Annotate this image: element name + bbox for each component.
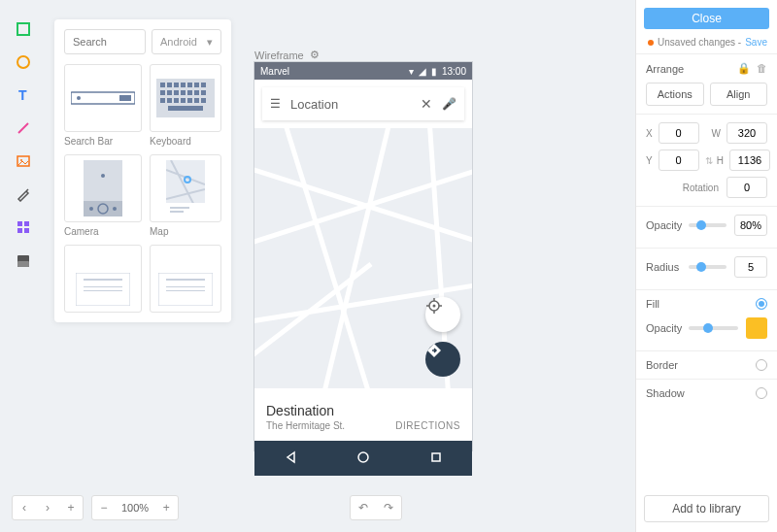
svg-rect-33 [181, 98, 186, 103]
destination-card[interactable]: Destination The Hermitage St. DIRECTIONS [254, 388, 472, 441]
add-to-library-button[interactable]: Add to library [644, 495, 769, 522]
components-panel: Android▾ Search Bar Keyboard Camera Map [54, 19, 231, 322]
component-search-bar[interactable]: Search Bar [64, 64, 142, 147]
destination-subtitle: The Hermitage St. [266, 420, 345, 431]
prev-page-button[interactable]: ‹ [13, 501, 36, 515]
tool-image[interactable] [14, 151, 33, 171]
battery-icon: ▮ [431, 66, 437, 77]
svg-text:T: T [18, 87, 27, 103]
close-icon[interactable]: ✕ [421, 96, 432, 112]
svg-rect-17 [167, 83, 172, 87]
y-input[interactable] [659, 150, 699, 171]
link-icon[interactable]: ⇅ [705, 155, 711, 166]
next-page-button[interactable]: › [36, 501, 59, 515]
platform-select[interactable]: Android▾ [152, 29, 221, 54]
android-nav-bar [254, 441, 472, 476]
tool-text[interactable]: T [14, 85, 33, 105]
add-page-button[interactable]: + [59, 501, 83, 515]
zoom-level[interactable]: 100% [116, 502, 154, 514]
directions-button[interactable] [425, 342, 460, 377]
fill-color-swatch[interactable] [746, 317, 767, 339]
component-keyboard[interactable]: Keyboard [150, 64, 221, 147]
unsaved-indicator: Unsaved changes - Save [636, 37, 777, 53]
component-label: Map [150, 226, 221, 237]
home-icon[interactable] [356, 450, 370, 467]
unsaved-dot-icon [648, 40, 654, 46]
svg-rect-8 [17, 228, 22, 233]
search-input[interactable] [64, 29, 146, 54]
svg-rect-35 [194, 98, 199, 103]
mic-icon[interactable]: 🎤 [442, 97, 456, 111]
component-generic-1[interactable] [64, 245, 142, 313]
svg-rect-19 [181, 83, 186, 87]
save-link[interactable]: Save [745, 37, 767, 48]
fill-label: Fill [646, 298, 659, 310]
status-bar: Marvel ▾ ◢ ▮ 13:00 [254, 62, 472, 80]
x-input[interactable] [659, 122, 699, 144]
locate-button[interactable] [425, 297, 460, 332]
component-generic-2[interactable] [150, 245, 221, 313]
fill-toggle[interactable] [756, 298, 767, 310]
svg-rect-29 [201, 90, 206, 95]
opacity-input[interactable] [734, 215, 767, 236]
actions-button[interactable]: Actions [646, 83, 704, 106]
h-input[interactable] [729, 150, 770, 171]
svg-rect-46 [166, 203, 205, 216]
tool-pen[interactable] [14, 184, 33, 204]
tool-grid[interactable] [14, 217, 33, 237]
svg-rect-26 [181, 90, 186, 95]
svg-point-58 [433, 305, 436, 308]
svg-rect-20 [187, 83, 192, 87]
statusbar-title: Marvel [260, 66, 289, 77]
opacity-label: Opacity [646, 219, 681, 231]
opacity-slider[interactable] [689, 223, 726, 227]
trash-icon[interactable]: 🗑 [757, 62, 767, 75]
tool-screen[interactable] [14, 250, 33, 270]
radius-slider[interactable] [689, 265, 726, 269]
rotation-input[interactable] [726, 177, 767, 198]
search-placeholder: Location [290, 97, 411, 112]
tool-line[interactable] [14, 118, 33, 138]
fill-opacity-slider[interactable] [689, 326, 738, 330]
redo-button[interactable]: ↷ [376, 501, 401, 515]
fill-opacity-label: Opacity [646, 322, 681, 334]
svg-rect-36 [201, 98, 206, 103]
svg-rect-18 [174, 83, 179, 87]
chevron-down-icon: ▾ [207, 36, 213, 49]
platform-label: Android [160, 36, 197, 48]
menu-icon[interactable]: ☰ [270, 97, 281, 111]
gear-icon[interactable]: ⚙ [310, 49, 320, 61]
border-toggle[interactable] [756, 359, 767, 371]
svg-rect-14 [119, 95, 131, 101]
zoom-out-button[interactable]: − [92, 501, 116, 515]
w-input[interactable] [726, 122, 767, 144]
directions-link[interactable]: DIRECTIONS [395, 420, 460, 431]
tool-circle[interactable] [14, 52, 33, 72]
svg-rect-0 [17, 23, 29, 35]
svg-rect-48 [170, 211, 184, 213]
zoom-in-button[interactable]: + [154, 501, 178, 515]
back-icon[interactable] [284, 450, 297, 467]
align-button[interactable]: Align [710, 83, 768, 106]
svg-rect-16 [160, 83, 165, 87]
map-search-bar[interactable]: ☰ Location ✕ 🎤 [262, 87, 464, 120]
svg-rect-6 [17, 221, 22, 226]
canvas-title: Wireframe ⚙ [254, 49, 320, 61]
wireframe-screen[interactable]: Marvel ▾ ◢ ▮ 13:00 ☰ Location ✕ 🎤 Destin… [254, 62, 472, 450]
component-map[interactable]: Map [150, 154, 221, 237]
undo-button[interactable]: ↶ [351, 501, 376, 515]
recent-icon[interactable] [429, 450, 443, 467]
svg-rect-31 [167, 98, 172, 103]
tool-square[interactable] [14, 19, 33, 39]
radius-input[interactable] [734, 256, 767, 278]
svg-rect-9 [24, 228, 29, 233]
component-camera[interactable]: Camera [64, 154, 142, 237]
zoom-controls: − 100% + [91, 495, 179, 520]
shadow-toggle[interactable] [756, 387, 767, 399]
lock-icon[interactable]: 🔒 [737, 62, 751, 75]
map-view[interactable] [254, 128, 472, 388]
close-button[interactable]: Close [644, 8, 769, 29]
svg-point-42 [89, 207, 93, 211]
component-label: Search Bar [64, 136, 142, 147]
page-nav: ‹ › + [12, 495, 84, 520]
